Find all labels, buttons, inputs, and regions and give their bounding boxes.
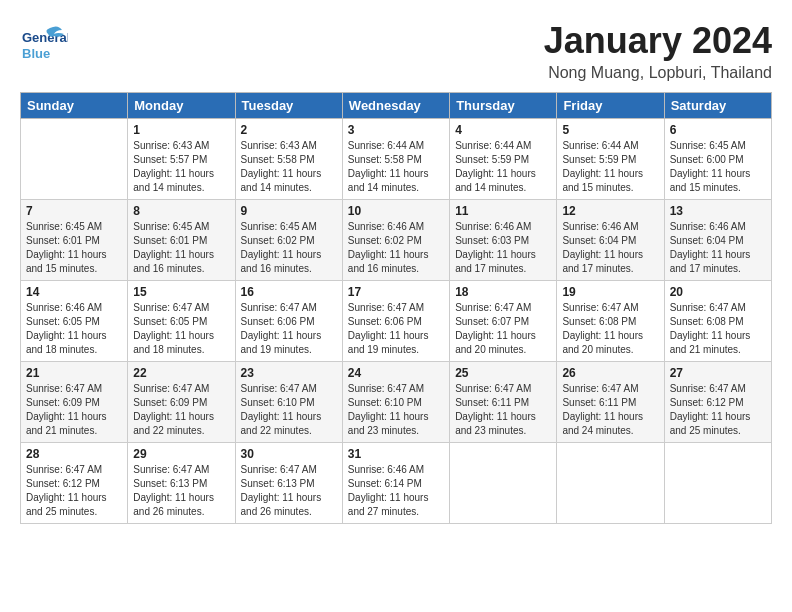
day-info: Sunrise: 6:47 AM Sunset: 6:08 PM Dayligh… — [562, 301, 658, 357]
calendar-cell: 11Sunrise: 6:46 AM Sunset: 6:03 PM Dayli… — [450, 200, 557, 281]
calendar-week-4: 21Sunrise: 6:47 AM Sunset: 6:09 PM Dayli… — [21, 362, 772, 443]
day-number: 5 — [562, 123, 658, 137]
calendar-cell: 19Sunrise: 6:47 AM Sunset: 6:08 PM Dayli… — [557, 281, 664, 362]
weekday-header-wednesday: Wednesday — [342, 93, 449, 119]
day-info: Sunrise: 6:43 AM Sunset: 5:57 PM Dayligh… — [133, 139, 229, 195]
weekday-header-tuesday: Tuesday — [235, 93, 342, 119]
day-number: 15 — [133, 285, 229, 299]
day-number: 8 — [133, 204, 229, 218]
day-number: 19 — [562, 285, 658, 299]
weekday-header-sunday: Sunday — [21, 93, 128, 119]
day-info: Sunrise: 6:44 AM Sunset: 5:58 PM Dayligh… — [348, 139, 444, 195]
calendar-cell — [664, 443, 771, 524]
day-info: Sunrise: 6:44 AM Sunset: 5:59 PM Dayligh… — [562, 139, 658, 195]
day-number: 13 — [670, 204, 766, 218]
day-info: Sunrise: 6:45 AM Sunset: 6:02 PM Dayligh… — [241, 220, 337, 276]
weekday-header-saturday: Saturday — [664, 93, 771, 119]
calendar-header-row: SundayMondayTuesdayWednesdayThursdayFrid… — [21, 93, 772, 119]
calendar-cell: 18Sunrise: 6:47 AM Sunset: 6:07 PM Dayli… — [450, 281, 557, 362]
calendar-cell: 5Sunrise: 6:44 AM Sunset: 5:59 PM Daylig… — [557, 119, 664, 200]
day-info: Sunrise: 6:47 AM Sunset: 6:10 PM Dayligh… — [241, 382, 337, 438]
month-title: January 2024 — [544, 20, 772, 62]
day-number: 25 — [455, 366, 551, 380]
calendar-cell: 10Sunrise: 6:46 AM Sunset: 6:02 PM Dayli… — [342, 200, 449, 281]
day-info: Sunrise: 6:47 AM Sunset: 6:13 PM Dayligh… — [241, 463, 337, 519]
day-info: Sunrise: 6:47 AM Sunset: 6:09 PM Dayligh… — [133, 382, 229, 438]
weekday-header-monday: Monday — [128, 93, 235, 119]
day-info: Sunrise: 6:47 AM Sunset: 6:05 PM Dayligh… — [133, 301, 229, 357]
day-number: 4 — [455, 123, 551, 137]
day-info: Sunrise: 6:47 AM Sunset: 6:13 PM Dayligh… — [133, 463, 229, 519]
day-info: Sunrise: 6:45 AM Sunset: 6:01 PM Dayligh… — [133, 220, 229, 276]
day-info: Sunrise: 6:47 AM Sunset: 6:11 PM Dayligh… — [562, 382, 658, 438]
calendar-table: SundayMondayTuesdayWednesdayThursdayFrid… — [20, 92, 772, 524]
day-number: 14 — [26, 285, 122, 299]
calendar-week-1: 1Sunrise: 6:43 AM Sunset: 5:57 PM Daylig… — [21, 119, 772, 200]
day-info: Sunrise: 6:47 AM Sunset: 6:08 PM Dayligh… — [670, 301, 766, 357]
calendar-cell: 16Sunrise: 6:47 AM Sunset: 6:06 PM Dayli… — [235, 281, 342, 362]
calendar-cell: 12Sunrise: 6:46 AM Sunset: 6:04 PM Dayli… — [557, 200, 664, 281]
day-info: Sunrise: 6:46 AM Sunset: 6:14 PM Dayligh… — [348, 463, 444, 519]
calendar-cell: 25Sunrise: 6:47 AM Sunset: 6:11 PM Dayli… — [450, 362, 557, 443]
day-number: 31 — [348, 447, 444, 461]
calendar-cell: 24Sunrise: 6:47 AM Sunset: 6:10 PM Dayli… — [342, 362, 449, 443]
day-number: 24 — [348, 366, 444, 380]
day-info: Sunrise: 6:47 AM Sunset: 6:06 PM Dayligh… — [241, 301, 337, 357]
calendar-cell: 30Sunrise: 6:47 AM Sunset: 6:13 PM Dayli… — [235, 443, 342, 524]
day-number: 3 — [348, 123, 444, 137]
day-number: 6 — [670, 123, 766, 137]
day-number: 10 — [348, 204, 444, 218]
day-number: 26 — [562, 366, 658, 380]
calendar-cell: 6Sunrise: 6:45 AM Sunset: 6:00 PM Daylig… — [664, 119, 771, 200]
day-number: 7 — [26, 204, 122, 218]
day-info: Sunrise: 6:45 AM Sunset: 6:00 PM Dayligh… — [670, 139, 766, 195]
calendar-cell: 21Sunrise: 6:47 AM Sunset: 6:09 PM Dayli… — [21, 362, 128, 443]
calendar-cell: 2Sunrise: 6:43 AM Sunset: 5:58 PM Daylig… — [235, 119, 342, 200]
day-number: 18 — [455, 285, 551, 299]
calendar-cell: 20Sunrise: 6:47 AM Sunset: 6:08 PM Dayli… — [664, 281, 771, 362]
calendar-cell: 17Sunrise: 6:47 AM Sunset: 6:06 PM Dayli… — [342, 281, 449, 362]
day-info: Sunrise: 6:47 AM Sunset: 6:12 PM Dayligh… — [26, 463, 122, 519]
day-number: 27 — [670, 366, 766, 380]
day-number: 2 — [241, 123, 337, 137]
day-number: 12 — [562, 204, 658, 218]
calendar-week-3: 14Sunrise: 6:46 AM Sunset: 6:05 PM Dayli… — [21, 281, 772, 362]
weekday-header-friday: Friday — [557, 93, 664, 119]
calendar-cell: 14Sunrise: 6:46 AM Sunset: 6:05 PM Dayli… — [21, 281, 128, 362]
day-info: Sunrise: 6:44 AM Sunset: 5:59 PM Dayligh… — [455, 139, 551, 195]
day-number: 22 — [133, 366, 229, 380]
svg-text:General: General — [22, 30, 68, 45]
day-info: Sunrise: 6:46 AM Sunset: 6:02 PM Dayligh… — [348, 220, 444, 276]
calendar-cell: 9Sunrise: 6:45 AM Sunset: 6:02 PM Daylig… — [235, 200, 342, 281]
day-number: 20 — [670, 285, 766, 299]
day-info: Sunrise: 6:47 AM Sunset: 6:12 PM Dayligh… — [670, 382, 766, 438]
calendar-cell — [450, 443, 557, 524]
title-block: January 2024 Nong Muang, Lopburi, Thaila… — [544, 20, 772, 82]
day-info: Sunrise: 6:46 AM Sunset: 6:04 PM Dayligh… — [562, 220, 658, 276]
calendar-week-2: 7Sunrise: 6:45 AM Sunset: 6:01 PM Daylig… — [21, 200, 772, 281]
day-number: 16 — [241, 285, 337, 299]
day-info: Sunrise: 6:43 AM Sunset: 5:58 PM Dayligh… — [241, 139, 337, 195]
day-info: Sunrise: 6:46 AM Sunset: 6:04 PM Dayligh… — [670, 220, 766, 276]
svg-text:Blue: Blue — [22, 46, 50, 61]
day-number: 30 — [241, 447, 337, 461]
calendar-cell: 26Sunrise: 6:47 AM Sunset: 6:11 PM Dayli… — [557, 362, 664, 443]
day-number: 28 — [26, 447, 122, 461]
calendar-cell: 28Sunrise: 6:47 AM Sunset: 6:12 PM Dayli… — [21, 443, 128, 524]
day-info: Sunrise: 6:47 AM Sunset: 6:09 PM Dayligh… — [26, 382, 122, 438]
day-info: Sunrise: 6:47 AM Sunset: 6:07 PM Dayligh… — [455, 301, 551, 357]
day-number: 11 — [455, 204, 551, 218]
day-info: Sunrise: 6:46 AM Sunset: 6:05 PM Dayligh… — [26, 301, 122, 357]
day-number: 9 — [241, 204, 337, 218]
calendar-week-5: 28Sunrise: 6:47 AM Sunset: 6:12 PM Dayli… — [21, 443, 772, 524]
logo-icon: General Blue — [20, 20, 68, 68]
day-info: Sunrise: 6:47 AM Sunset: 6:10 PM Dayligh… — [348, 382, 444, 438]
weekday-header-thursday: Thursday — [450, 93, 557, 119]
calendar-cell — [557, 443, 664, 524]
calendar-cell: 3Sunrise: 6:44 AM Sunset: 5:58 PM Daylig… — [342, 119, 449, 200]
calendar-cell: 27Sunrise: 6:47 AM Sunset: 6:12 PM Dayli… — [664, 362, 771, 443]
day-info: Sunrise: 6:45 AM Sunset: 6:01 PM Dayligh… — [26, 220, 122, 276]
logo: General Blue — [20, 20, 68, 68]
day-info: Sunrise: 6:47 AM Sunset: 6:11 PM Dayligh… — [455, 382, 551, 438]
day-info: Sunrise: 6:46 AM Sunset: 6:03 PM Dayligh… — [455, 220, 551, 276]
